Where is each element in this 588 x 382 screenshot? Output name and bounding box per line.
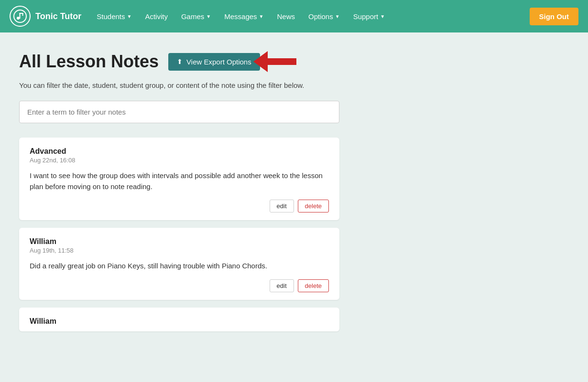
chevron-down-icon: ▼ bbox=[335, 14, 340, 19]
nav-item-activity[interactable]: Activity bbox=[139, 9, 174, 24]
chevron-down-icon: ▼ bbox=[259, 14, 264, 19]
nav-item-games[interactable]: Games ▼ bbox=[175, 9, 217, 24]
edit-note-button[interactable]: edit bbox=[270, 279, 294, 292]
chevron-down-icon: ▼ bbox=[206, 14, 211, 19]
note-content: Did a really great job on Piano Keys, st… bbox=[30, 261, 329, 272]
app-name: Tonic Tutor bbox=[35, 11, 81, 21]
note-content: I want to see how the group does with in… bbox=[30, 170, 329, 192]
note-author: William bbox=[30, 317, 329, 326]
export-options-button[interactable]: ⬆ View Export Options bbox=[168, 53, 260, 71]
svg-point-1 bbox=[17, 17, 20, 20]
logo-icon bbox=[10, 6, 31, 27]
arrow-shaft bbox=[268, 58, 296, 65]
edit-note-button[interactable]: edit bbox=[270, 200, 294, 212]
svg-rect-4 bbox=[22, 13, 23, 16]
arrow-head-icon bbox=[253, 51, 268, 72]
note-actions: edit delete bbox=[30, 279, 329, 292]
note-author: Advanced bbox=[30, 147, 329, 156]
nav-item-support[interactable]: Support ▼ bbox=[348, 9, 391, 24]
note-card: William bbox=[19, 308, 339, 331]
note-card: William Aug 19th, 11:58 Did a really gre… bbox=[19, 228, 339, 300]
page-title: All Lesson Notes bbox=[19, 52, 159, 72]
note-card: Advanced Aug 22nd, 16:08 I want to see h… bbox=[19, 138, 339, 220]
nav-items: Students ▼ Activity Games ▼ Messages ▼ N… bbox=[91, 9, 529, 24]
nav-item-students[interactable]: Students ▼ bbox=[91, 9, 137, 24]
main-nav: Tonic Tutor Students ▼ Activity Games ▼ … bbox=[0, 0, 588, 32]
note-author: William bbox=[30, 237, 329, 246]
chevron-down-icon: ▼ bbox=[127, 14, 132, 19]
filter-input[interactable] bbox=[19, 101, 339, 123]
note-date: Aug 22nd, 16:08 bbox=[30, 157, 329, 164]
page-description: You can filter the date, student, studen… bbox=[19, 81, 363, 89]
delete-note-button[interactable]: delete bbox=[298, 200, 329, 212]
sign-out-button[interactable]: Sign Out bbox=[530, 8, 579, 25]
note-date: Aug 19th, 11:58 bbox=[30, 247, 329, 254]
note-actions: edit delete bbox=[30, 200, 329, 212]
delete-note-button[interactable]: delete bbox=[298, 279, 329, 292]
export-icon: ⬆ bbox=[177, 58, 183, 65]
nav-item-options[interactable]: Options ▼ bbox=[303, 9, 346, 24]
arrow-annotation bbox=[253, 51, 296, 72]
nav-item-news[interactable]: News bbox=[272, 9, 301, 24]
page-header: All Lesson Notes ⬆ View Export Options bbox=[19, 52, 363, 72]
nav-item-messages[interactable]: Messages ▼ bbox=[218, 9, 269, 24]
chevron-down-icon: ▼ bbox=[380, 14, 385, 19]
app-logo[interactable]: Tonic Tutor bbox=[10, 6, 81, 27]
main-content: All Lesson Notes ⬆ View Export Options Y… bbox=[0, 32, 382, 358]
